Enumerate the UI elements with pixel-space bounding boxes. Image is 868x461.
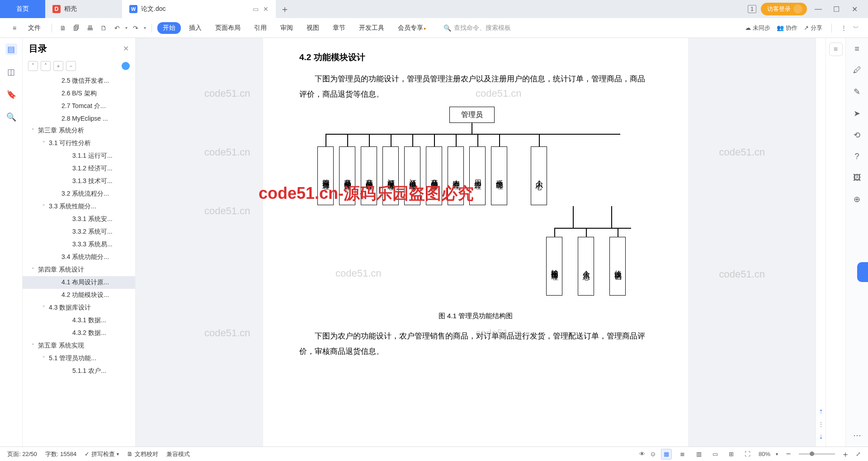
status-compat[interactable]: 兼容模式 <box>166 450 190 458</box>
status-proofread[interactable]: 🗎文档校对 <box>127 450 158 458</box>
outline-item[interactable]: 3.3.1 系统安... <box>23 213 135 226</box>
menu-ref[interactable]: 引用 <box>249 22 272 34</box>
zoom-out-button[interactable]: − <box>783 449 793 459</box>
export-icon[interactable]: 🗐 <box>71 23 82 33</box>
tab-close-icon[interactable]: ✕ <box>263 5 269 13</box>
reading-focus-icon[interactable]: ⊙ <box>651 451 656 457</box>
menu-file[interactable]: 文件 <box>23 22 46 34</box>
outline-add[interactable]: ＋ <box>53 61 63 71</box>
search-rail-icon[interactable]: 🔍 <box>5 111 17 123</box>
view-grid-icon[interactable]: ⊞ <box>726 449 737 460</box>
close-button[interactable]: ✕ <box>848 2 861 16</box>
sync-button[interactable]: ☁未同步 <box>745 24 770 32</box>
scroll-up-icon[interactable]: ⇡ <box>819 409 823 415</box>
scroll-down-icon[interactable]: ⇣ <box>819 434 823 440</box>
panel-toggle-icon[interactable]: ≡ <box>829 42 843 56</box>
menu-review[interactable]: 审阅 <box>275 22 298 34</box>
tab-home[interactable]: 首页 <box>0 0 45 18</box>
rail-image-icon[interactable]: 🖼 <box>853 173 861 183</box>
view-read-icon[interactable]: ▭ <box>710 449 721 460</box>
login-button[interactable]: 访客登录 <box>761 3 807 15</box>
menu-vip[interactable]: 会员专享▸ <box>392 22 432 34</box>
outline-item[interactable]: 4.3.1 数据... <box>23 314 135 327</box>
print-icon[interactable]: 🖶 <box>85 23 95 33</box>
outline-item[interactable]: 2.7 Tomcat 介... <box>23 100 135 113</box>
tab-app[interactable]: D 稻壳 <box>45 0 122 18</box>
outline-item[interactable]: 2.5 微信开发者... <box>23 75 135 87</box>
view-page-icon[interactable]: ▦ <box>661 449 672 460</box>
rail-rocket-icon[interactable]: 🖊 <box>853 66 861 75</box>
minimize-button[interactable]: — <box>811 2 825 16</box>
outline-item[interactable]: ˅第四章 系统设计 <box>23 263 135 276</box>
menu-view[interactable]: 视图 <box>301 22 325 34</box>
outline-item[interactable]: 2.8 MyEclipse ... <box>23 113 135 124</box>
tab-document[interactable]: W 论文.doc ▭ ✕ <box>122 0 276 18</box>
share-button[interactable]: ↗分享 <box>804 24 822 32</box>
rail-tool-icon[interactable]: ⊕ <box>854 194 860 204</box>
outline-rail-icon[interactable]: ▤ <box>5 43 17 55</box>
outline-item[interactable]: ˅5.1 管理员功能... <box>23 352 135 365</box>
outline-tree[interactable]: 2.5 微信开发者...2.6 B/S 架构2.7 Tomcat 介...2.8… <box>23 75 135 447</box>
maximize-button[interactable]: ☐ <box>830 2 843 16</box>
rail-menu-icon[interactable]: ≡ <box>854 44 859 54</box>
menu-insert[interactable]: 插入 <box>184 22 207 34</box>
view-outline-icon[interactable]: ≣ <box>677 449 688 460</box>
outline-item[interactable]: 4.3.2 数据... <box>23 327 135 339</box>
outline-item[interactable]: 5.1.1 农户... <box>23 365 135 377</box>
outline-collapse-all[interactable]: ˅ <box>28 61 38 71</box>
rail-settings-icon[interactable]: ⟲ <box>854 130 860 140</box>
menu-start[interactable]: 开始 <box>157 22 181 34</box>
zoom-slider[interactable] <box>799 453 835 455</box>
outline-item[interactable]: 3.1.3 技术可... <box>23 175 135 188</box>
side-handle[interactable] <box>857 262 868 282</box>
outline-expand-all[interactable]: ˄ <box>41 61 51 71</box>
collab-button[interactable]: 👥协作 <box>777 24 797 32</box>
slides-rail-icon[interactable]: ◫ <box>5 66 17 78</box>
menu-chapter[interactable]: 章节 <box>327 22 351 34</box>
scroll-handle-icon[interactable]: ⋮ <box>818 421 824 428</box>
collapse-ribbon-icon[interactable]: ﹀ <box>853 24 859 32</box>
fit-icon[interactable]: ⤢ <box>856 451 861 457</box>
status-spellcheck[interactable]: ✓拼写检查 ▾ <box>85 450 119 458</box>
outline-item[interactable]: ˅3.3 系统性能分... <box>23 200 135 213</box>
outline-item[interactable]: 4.1 布局设计原... <box>23 276 135 289</box>
outline-remove[interactable]: － <box>66 61 76 71</box>
undo-icon[interactable]: ↶ <box>112 23 123 33</box>
save-icon[interactable]: 🗎 <box>57 23 68 33</box>
outline-item[interactable]: ˅3.1 可行性分析 <box>23 137 135 150</box>
tab-present-icon[interactable]: ▭ <box>253 5 259 13</box>
document-area[interactable]: 4.2 功能模块设计 下图为管理员的功能设计，管理员管理注册农户以及注册用户的信… <box>136 38 816 447</box>
more-icon[interactable]: ⋮ <box>841 24 847 31</box>
outline-item[interactable]: 3.3.2 系统可... <box>23 226 135 238</box>
new-tab-button[interactable]: ＋ <box>276 0 294 18</box>
outline-item[interactable]: 3.2 系统流程分... <box>23 188 135 200</box>
preview-icon[interactable]: 🗋 <box>98 23 109 33</box>
outline-item[interactable]: 3.3.3 系统易... <box>23 238 135 251</box>
search-box[interactable]: 🔍 查找命令、搜索模板 <box>443 24 511 32</box>
outline-item[interactable]: 4.2 功能模块设... <box>23 289 135 301</box>
outline-item[interactable]: 3.1.2 经济可... <box>23 162 135 175</box>
rail-pen-icon[interactable]: ✎ <box>854 87 860 97</box>
menu-icon[interactable]: ≡ <box>9 23 20 33</box>
outline-badge[interactable] <box>122 62 130 70</box>
rail-more-icon[interactable]: ⋯ <box>853 430 861 440</box>
outline-item[interactable]: 3.4 系统功能分... <box>23 251 135 263</box>
outline-item[interactable]: 2.6 B/S 架构 <box>23 87 135 100</box>
view-web-icon[interactable]: ▥ <box>693 449 704 460</box>
bookmark-rail-icon[interactable]: 🔖 <box>5 89 17 100</box>
outline-item[interactable]: ˅第三章 系统分析 <box>23 124 135 137</box>
rail-help-icon[interactable]: ? <box>854 152 859 161</box>
rail-cursor-icon[interactable]: ➤ <box>854 108 860 118</box>
view-fullscreen-icon[interactable]: ⛶ <box>742 449 753 460</box>
outline-item[interactable]: ˅第五章 系统实现 <box>23 339 135 352</box>
redo-icon[interactable]: ↷ <box>130 23 141 33</box>
status-words[interactable]: 字数: 15584 <box>45 450 76 458</box>
status-page[interactable]: 页面: 22/50 <box>7 450 37 458</box>
outline-item[interactable]: ˅4.3 数据库设计 <box>23 301 135 314</box>
menu-layout[interactable]: 页面布局 <box>210 22 246 34</box>
zoom-level[interactable]: 80% <box>759 451 770 457</box>
zoom-in-button[interactable]: ＋ <box>840 449 850 459</box>
outline-close-icon[interactable]: ✕ <box>123 44 129 53</box>
reading-settings-icon[interactable]: 👁 <box>639 451 645 457</box>
outline-item[interactable]: 3.1.1 运行可... <box>23 150 135 162</box>
